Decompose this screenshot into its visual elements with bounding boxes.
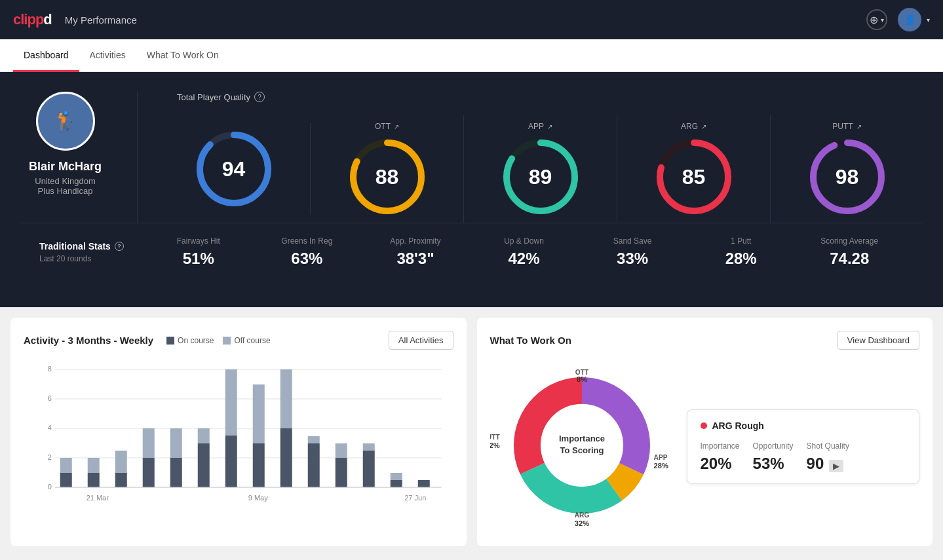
- svg-text:APP: APP: [653, 454, 667, 461]
- svg-text:Importance: Importance: [558, 434, 604, 443]
- logo: clippd: [13, 11, 52, 28]
- svg-text:0: 0: [48, 483, 52, 491]
- chart-legend: On course Off course: [166, 336, 271, 345]
- header-right: ⊕ ▾ 👤 ▾: [866, 8, 930, 31]
- arg-card-title: ARG Rough: [712, 420, 764, 431]
- svg-rect-41: [253, 384, 265, 443]
- traditional-stats: Traditional Stats ? Last 20 rounds Fairw…: [20, 223, 923, 281]
- player-avatar: 🏌️: [36, 92, 95, 151]
- tab-what-to-work-on[interactable]: What To Work On: [136, 39, 229, 72]
- gauge-number-arg: 85: [682, 165, 706, 189]
- all-activities-button[interactable]: All Activities: [389, 331, 453, 350]
- svg-rect-30: [115, 473, 127, 487]
- svg-rect-34: [170, 458, 182, 487]
- header: clippd My Performance ⊕ ▾ 👤 ▾: [0, 0, 943, 39]
- shot-quality-badge: ▶: [829, 460, 843, 472]
- gauge-label-arg: ARG ↗: [681, 122, 706, 131]
- svg-rect-48: [363, 451, 375, 487]
- donut-svg: Importance To Scoring OTT 8%: [490, 360, 674, 531]
- svg-rect-52: [418, 480, 430, 487]
- trad-stats-period: Last 20 rounds: [39, 254, 144, 263]
- ott-arrow: ↗: [394, 123, 399, 130]
- chart-area: 0 2 4 6 8: [24, 363, 453, 513]
- hero-section: 🏌️ Blair McHarg United Kingdom Plus Hand…: [0, 72, 943, 307]
- svg-rect-29: [88, 458, 100, 473]
- legend-on-course-icon: [166, 337, 174, 345]
- trad-stat-fairways: Fairways Hit 51%: [144, 236, 253, 268]
- svg-rect-26: [60, 473, 72, 487]
- work-on-content: Importance To Scoring OTT 8%: [490, 360, 920, 533]
- add-icon[interactable]: ⊕ ▾: [866, 9, 887, 30]
- svg-rect-46: [336, 458, 347, 487]
- legend-off-course-icon: [223, 337, 231, 345]
- gauge-ott: OTT ↗ 88: [311, 115, 464, 223]
- main-content: Activity - 3 Months - Weekly On course O…: [0, 307, 943, 557]
- header-left: clippd My Performance: [13, 11, 137, 28]
- tab-activities[interactable]: Activities: [79, 39, 136, 72]
- arg-stat-opportunity: Opportunity 53%: [753, 441, 794, 473]
- svg-rect-31: [115, 451, 127, 473]
- trad-stat-sandsave: Sand Save 33%: [578, 236, 687, 268]
- svg-rect-36: [198, 443, 210, 487]
- activity-panel: Activity - 3 Months - Weekly On course O…: [10, 318, 467, 546]
- svg-rect-51: [391, 473, 402, 480]
- svg-text:To Scoring: To Scoring: [560, 445, 604, 455]
- gauge-label-putt: PUTT ↗: [832, 122, 861, 131]
- arg-card-header: ARG Rough: [701, 420, 906, 431]
- svg-rect-40: [253, 443, 265, 487]
- tab-dashboard[interactable]: Dashboard: [13, 39, 79, 72]
- work-on-header: What To Work On View Dashboard: [490, 331, 920, 350]
- activity-chart-svg: 0 2 4 6 8: [24, 363, 453, 513]
- svg-rect-44: [308, 443, 320, 487]
- user-menu[interactable]: 👤 ▾: [898, 8, 930, 31]
- donut-wrapper: Importance To Scoring OTT 8%: [490, 360, 674, 533]
- svg-rect-38: [225, 436, 237, 487]
- gauge-main-arg: 85: [655, 138, 733, 216]
- arg-arrow: ↗: [701, 123, 706, 130]
- svg-rect-28: [88, 473, 100, 487]
- trad-info-icon[interactable]: ?: [115, 242, 124, 251]
- svg-text:8%: 8%: [576, 375, 587, 383]
- header-title: My Performance: [65, 14, 137, 26]
- app-arrow: ↗: [547, 123, 552, 130]
- chart-title: Activity - 3 Months - Weekly: [24, 335, 153, 346]
- svg-text:21 Mar: 21 Mar: [87, 494, 109, 502]
- trad-stat-gir: Greens In Reg 63%: [253, 236, 362, 268]
- gauge-arg: ARG ↗ 85: [617, 115, 771, 223]
- legend-off-course: Off course: [223, 336, 270, 345]
- svg-text:ARG: ARG: [574, 512, 589, 519]
- svg-rect-39: [225, 369, 237, 436]
- gauge-total: 94: [157, 123, 311, 215]
- trad-stat-updown: Up & Down 42%: [470, 236, 579, 268]
- svg-text:8: 8: [48, 365, 52, 373]
- svg-rect-49: [363, 443, 375, 451]
- svg-text:32%: 32%: [574, 519, 588, 527]
- info-icon[interactable]: ?: [254, 92, 265, 102]
- chart-header: Activity - 3 Months - Weekly On course O…: [24, 331, 453, 350]
- putt-arrow: ↗: [856, 123, 862, 130]
- svg-text:27 Jun: 27 Jun: [404, 494, 426, 502]
- svg-text:PUTT: PUTT: [490, 434, 500, 441]
- user-avatar: 👤: [898, 8, 921, 31]
- trad-stat-scoring: Scoring Average 74.28: [795, 236, 904, 268]
- svg-rect-42: [280, 428, 292, 487]
- view-dashboard-button[interactable]: View Dashboard: [837, 331, 919, 350]
- hero-top: 🏌️ Blair McHarg United Kingdom Plus Hand…: [20, 92, 923, 223]
- svg-rect-14: [166, 337, 174, 345]
- svg-rect-27: [60, 458, 72, 473]
- svg-text:6: 6: [48, 394, 52, 402]
- arg-stats-row: Importance 20% Opportunity 53% Shot Qual…: [701, 441, 906, 473]
- player-handicap: Plus Handicap: [38, 186, 93, 196]
- arg-dot-icon: [701, 422, 707, 429]
- gauge-section: Total Player Quality ? 94: [138, 92, 923, 223]
- svg-rect-50: [391, 480, 402, 487]
- gauge-number-app: 89: [529, 165, 552, 189]
- svg-rect-35: [170, 428, 182, 458]
- add-chevron: ▾: [881, 16, 884, 24]
- svg-text:32%: 32%: [490, 441, 500, 449]
- gauge-main-putt: 98: [808, 138, 887, 216]
- gauge-main-ott: 88: [348, 138, 427, 216]
- player-name: Blair McHarg: [29, 160, 102, 174]
- work-on-title: What To Work On: [490, 335, 571, 346]
- trad-stats-title: Traditional Stats ?: [39, 241, 144, 252]
